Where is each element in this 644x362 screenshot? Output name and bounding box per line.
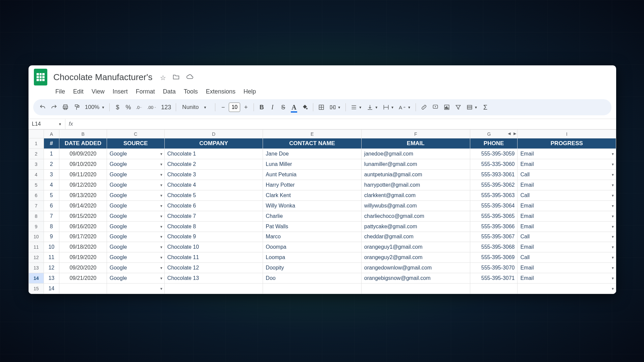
cell[interactable]: 555-395-3064 — [470, 200, 518, 211]
cell[interactable]: 555-393-3061 — [470, 170, 518, 180]
zoom-dropdown[interactable]: 100%▼ — [83, 104, 107, 111]
cell[interactable]: clarkkent@gmail.com — [361, 190, 470, 200]
row-header[interactable]: 1 — [29, 138, 44, 149]
cell[interactable]: 09/09/2020 — [59, 149, 107, 159]
column-header-G[interactable]: G◀ ▶ — [470, 130, 518, 138]
column-header-D[interactable]: D — [164, 130, 263, 138]
cell-dropdown[interactable]: Email▼ — [518, 273, 616, 284]
menu-format[interactable]: Format — [132, 87, 158, 97]
merge-cells-button[interactable]: ▼ — [327, 102, 343, 113]
cell[interactable]: 2 — [44, 159, 59, 170]
cell-dropdown[interactable]: Google▼ — [107, 273, 164, 284]
header-cell[interactable]: CONTACT NAME — [263, 138, 362, 149]
cell[interactable]: auntpetunia@gmail.com — [361, 170, 470, 180]
column-header-F[interactable]: F — [361, 130, 470, 138]
text-rotation-button[interactable]: A▼ — [397, 102, 413, 113]
fill-color-button[interactable] — [300, 102, 310, 113]
cell-dropdown[interactable]: ▼ — [518, 283, 616, 294]
cell-dropdown[interactable]: Google▼ — [107, 252, 164, 263]
redo-button[interactable] — [49, 102, 59, 113]
cell[interactable]: Chocolate 10 — [164, 242, 263, 252]
formula-input[interactable] — [76, 119, 616, 129]
cell-dropdown[interactable]: Google▼ — [107, 180, 164, 190]
cell[interactable]: orangedownlow@gmail.com — [361, 263, 470, 273]
paint-format-button[interactable] — [71, 102, 82, 113]
increase-font-button[interactable]: + — [241, 102, 251, 113]
cell[interactable]: 555-395-3067 — [470, 232, 518, 242]
cell[interactable]: 12 — [44, 263, 59, 273]
cell[interactable]: Chocolate 3 — [164, 170, 263, 180]
header-cell[interactable]: # — [44, 138, 59, 149]
text-color-button[interactable]: A — [289, 102, 299, 113]
cell[interactable]: 09/15/2020 — [59, 211, 107, 221]
cell[interactable]: 555-395-3066 — [470, 221, 518, 232]
row-header[interactable]: 15 — [29, 283, 44, 294]
menu-edit[interactable]: Edit — [70, 87, 87, 97]
cell-dropdown[interactable]: Email▼ — [518, 149, 616, 159]
cell[interactable] — [361, 283, 470, 294]
cell[interactable] — [59, 283, 107, 294]
header-cell[interactable]: PHONE — [470, 138, 518, 149]
menu-data[interactable]: Data — [160, 87, 179, 97]
column-header-A[interactable]: A — [44, 130, 59, 138]
cell[interactable]: 13 — [44, 273, 59, 284]
insert-chart-button[interactable] — [441, 102, 452, 113]
cell[interactable] — [164, 283, 263, 294]
table-views-button[interactable]: ▼ — [464, 102, 480, 113]
cell[interactable]: 09/10/2020 — [59, 159, 107, 170]
cell[interactable]: janedoe@gmail.com — [361, 149, 470, 159]
header-cell[interactable]: DATE ADDED — [59, 138, 107, 149]
format-123-button[interactable]: 123 — [159, 102, 173, 113]
decrease-decimal-button[interactable]: .0← — [134, 102, 145, 113]
vertical-align-button[interactable]: ▼ — [365, 102, 380, 113]
column-header-C[interactable]: C — [107, 130, 164, 138]
cell[interactable]: 09/14/2020 — [59, 200, 107, 211]
strikethrough-button[interactable]: S — [278, 102, 288, 113]
insert-link-button[interactable] — [419, 102, 429, 113]
row-header[interactable]: 8 — [29, 211, 44, 221]
header-cell[interactable]: PROGRESS — [518, 138, 616, 149]
cell[interactable]: 555-395-3069 — [470, 252, 518, 263]
cell[interactable]: 555-395-3068 — [470, 242, 518, 252]
cell[interactable]: orangeguy1@gmail.com — [361, 242, 470, 252]
cell[interactable]: 09/17/2020 — [59, 232, 107, 242]
cell[interactable]: 555-395-3071 — [470, 273, 518, 284]
cell[interactable]: Charlie — [263, 211, 362, 221]
cell[interactable]: 9 — [44, 232, 59, 242]
header-cell[interactable]: COMPANY — [164, 138, 263, 149]
cell[interactable]: 4 — [44, 180, 59, 190]
row-header[interactable]: 2 — [29, 149, 44, 159]
name-box[interactable]: L14▼ — [29, 119, 65, 129]
cell-dropdown[interactable]: Call▼ — [518, 252, 616, 263]
row-header[interactable]: 14 — [29, 273, 44, 284]
cell[interactable]: Chocolate 2 — [164, 159, 263, 170]
cell-dropdown[interactable]: Call▼ — [518, 170, 616, 180]
cell-dropdown[interactable]: Google▼ — [107, 159, 164, 170]
cell[interactable]: Chocolate 13 — [164, 273, 263, 284]
cell-dropdown[interactable]: Email▼ — [518, 242, 616, 252]
row-header[interactable]: 7 — [29, 200, 44, 211]
menu-view[interactable]: View — [88, 87, 108, 97]
menu-extensions[interactable]: Extensions — [203, 87, 239, 97]
cell-dropdown[interactable]: Google▼ — [107, 190, 164, 200]
font-size-input[interactable] — [229, 103, 240, 112]
cell-dropdown[interactable]: Email▼ — [518, 221, 616, 232]
cell[interactable]: 7 — [44, 211, 59, 221]
cell[interactable]: 09/19/2020 — [59, 252, 107, 263]
cell[interactable]: 10 — [44, 242, 59, 252]
cell[interactable]: 555-395-3062 — [470, 180, 518, 190]
cell[interactable]: 555-395-3063 — [470, 190, 518, 200]
row-header[interactable]: 11 — [29, 242, 44, 252]
cell-dropdown[interactable]: Google▼ — [107, 263, 164, 273]
cell[interactable]: 09/12/2020 — [59, 180, 107, 190]
cell[interactable]: 09/21/2020 — [59, 273, 107, 284]
cell-dropdown[interactable]: Email▼ — [518, 263, 616, 273]
cloud-status-icon[interactable] — [186, 74, 194, 81]
print-button[interactable] — [60, 102, 71, 113]
cell-dropdown[interactable]: Google▼ — [107, 232, 164, 242]
cell-dropdown[interactable]: Google▼ — [107, 221, 164, 232]
borders-button[interactable] — [316, 102, 327, 113]
cell[interactable]: Aunt Petunia — [263, 170, 362, 180]
cell[interactable]: Chocolate 11 — [164, 252, 263, 263]
cell[interactable]: cheddar@gmail.com — [361, 232, 470, 242]
